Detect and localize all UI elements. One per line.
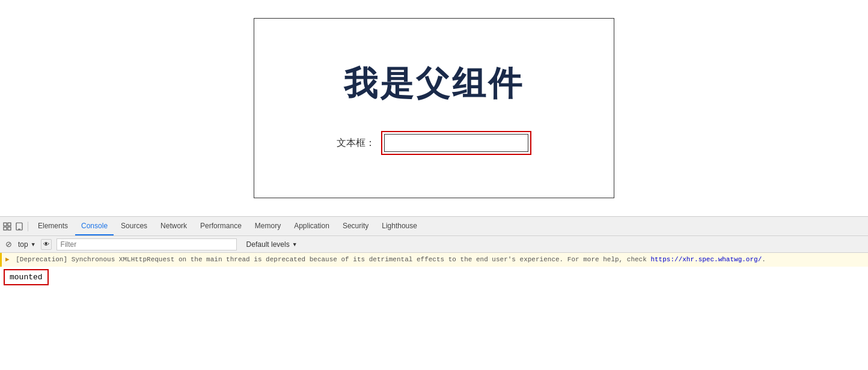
devtools-toolbar: Elements Console Sources Network Perform… xyxy=(0,217,868,236)
eye-icon[interactable]: 👁 xyxy=(41,239,52,250)
devtools-console-bar: ⊘ top ▼ 👁 Default levels ▼ xyxy=(0,236,868,253)
app-title: 我是父组件 xyxy=(344,61,524,107)
tab-memory[interactable]: Memory xyxy=(249,217,287,235)
browser-content: 我是父组件 文本框： xyxy=(0,0,868,216)
devtools-left-icons xyxy=(2,222,28,231)
levels-select[interactable]: Default levels ▼ xyxy=(246,240,298,249)
clear-console-icon[interactable]: ⊘ xyxy=(4,240,13,249)
inspect-icon[interactable] xyxy=(2,222,12,231)
context-select[interactable]: top ▼ xyxy=(18,240,36,249)
form-row: 文本框： xyxy=(337,131,531,155)
tab-lighthouse[interactable]: Lighthouse xyxy=(376,217,423,235)
svg-rect-2 xyxy=(4,227,7,230)
svg-rect-1 xyxy=(8,223,11,226)
form-label: 文本框： xyxy=(337,137,375,150)
svg-rect-0 xyxy=(4,223,7,226)
warning-link[interactable]: https://xhr.spec.whatwg.org/ xyxy=(650,256,762,263)
levels-chevron-icon: ▼ xyxy=(292,241,298,247)
devtools-panel: Elements Console Sources Network Perform… xyxy=(0,216,868,370)
tab-elements[interactable]: Elements xyxy=(32,217,74,235)
tab-application[interactable]: Application xyxy=(288,217,335,235)
mobile-icon[interactable] xyxy=(14,222,24,231)
app-container: 我是父组件 文本框： xyxy=(254,18,614,198)
console-output: ▶ [Deprecation] Synchronous XMLHttpReque… xyxy=(0,253,868,370)
text-input[interactable] xyxy=(384,134,528,152)
tab-sources[interactable]: Sources xyxy=(115,217,153,235)
tab-console[interactable]: Console xyxy=(75,217,114,235)
console-mounted-text: mounted xyxy=(4,269,49,285)
console-mounted-row: mounted xyxy=(0,267,868,288)
tab-network[interactable]: Network xyxy=(154,217,193,235)
tab-security[interactable]: Security xyxy=(337,217,374,235)
tab-performance[interactable]: Performance xyxy=(194,217,248,235)
console-warning-line: ▶ [Deprecation] Synchronous XMLHttpReque… xyxy=(0,253,868,267)
warning-icon: ▶ xyxy=(5,256,10,263)
text-input-wrapper xyxy=(381,131,531,155)
chevron-down-icon: ▼ xyxy=(31,241,36,247)
svg-rect-3 xyxy=(8,227,11,230)
filter-input[interactable] xyxy=(57,238,237,250)
